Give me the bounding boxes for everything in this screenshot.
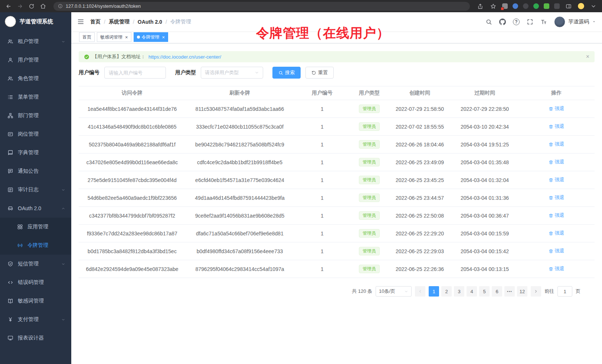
table-row: 1ea5e44f8bc1467aaede43144f31de76811c5304…	[79, 100, 595, 118]
page-button-1[interactable]: 1	[429, 286, 439, 297]
table-cell: 2022-06-26 18:04:46	[388, 136, 451, 153]
sidebar-item-label: 敏感词管理	[18, 298, 65, 304]
sidebar-item-6[interactable]: 岗位管理	[0, 125, 71, 143]
page-button-4[interactable]: 4	[467, 286, 477, 297]
sidebar-item-13[interactable]: 短信管理	[0, 255, 71, 273]
alert-doc-link[interactable]: https://doc.iocoder.cn/user-center/	[148, 54, 221, 60]
extension-icon-4[interactable]	[533, 3, 539, 9]
breadcrumb-item[interactable]: 首页	[90, 19, 101, 25]
force-logout-button[interactable]: 强退	[549, 141, 565, 148]
fullscreen-button[interactable]	[527, 19, 533, 25]
user-dropdown[interactable]: 芋道源码	[554, 16, 596, 27]
table-cell: 1	[294, 136, 350, 153]
browser-forward-button[interactable]	[16, 2, 24, 10]
sidebar-item-4[interactable]: 菜单管理	[0, 88, 71, 106]
sidebar-item-16[interactable]: 支付管理	[0, 310, 71, 329]
sidebar-item-2[interactable]: 用户管理	[0, 51, 71, 69]
sidebar-item-12[interactable]: 令牌管理	[0, 236, 71, 255]
reset-button[interactable]: 重置	[305, 67, 334, 79]
alert-close-icon[interactable]: ×	[586, 54, 589, 60]
browser-reload-button[interactable]	[27, 2, 36, 10]
site-info-icon[interactable]	[58, 4, 63, 9]
page-button-12[interactable]: 12	[517, 286, 527, 297]
sidebar-item-3[interactable]: 角色管理	[0, 69, 71, 88]
share-button[interactable]	[476, 2, 484, 10]
table-cell: 2054-03-04 00:13:15	[451, 260, 518, 278]
user-type-select[interactable]: 请选择用户类型	[201, 67, 263, 79]
extension-icon-1[interactable]	[502, 3, 508, 9]
bookmark-button[interactable]	[489, 2, 497, 10]
docs-help-button[interactable]: ?	[513, 19, 520, 25]
browser-back-button[interactable]	[4, 2, 13, 10]
user-id-input[interactable]	[104, 67, 166, 79]
browser-profile-avatar[interactable]	[578, 3, 585, 10]
page-button-3[interactable]: 3	[454, 286, 464, 297]
sidebar-item-14[interactable]: 错误码管理	[0, 273, 71, 292]
sidebar-item-5[interactable]: 部门管理	[0, 106, 71, 125]
sidebar-item-17[interactable]: 报表设计器	[0, 329, 71, 347]
app-logo[interactable]: 芋道管理系统	[0, 12, 71, 31]
app-shell: 芋道管理系统 租户管理用户管理角色管理菜单管理部门管理岗位管理字典管理通知公告审…	[0, 12, 602, 364]
breadcrumb-item[interactable]: 系统管理	[109, 19, 130, 25]
sidebar-item-9[interactable]: 审计日志	[0, 181, 71, 199]
force-logout-button[interactable]: 强退	[549, 248, 565, 254]
extension-icon-5[interactable]	[544, 3, 549, 9]
header-search-button[interactable]	[485, 19, 492, 25]
sidebar-item-8[interactable]: 通知公告	[0, 162, 71, 181]
extension-icon-2[interactable]	[513, 3, 518, 9]
user-type-tag: 管理员	[359, 247, 380, 255]
tab-close-icon[interactable]: ×	[125, 35, 128, 40]
column-header: 用户编号	[294, 86, 350, 100]
browser-menu-button[interactable]	[589, 2, 598, 10]
force-logout-button[interactable]: 强退	[549, 265, 565, 272]
sidebar-item-15[interactable]: 敏感词管理	[0, 292, 71, 310]
page-button-2[interactable]: 2	[441, 286, 452, 297]
url-bar[interactable]: 127.0.0.1:1024/system/oauth2/token	[53, 2, 470, 11]
extension-icon-6[interactable]	[554, 3, 560, 9]
pagination-ellipsis[interactable]: ●●●	[504, 286, 515, 297]
page-button-5[interactable]: 5	[479, 286, 490, 297]
browser-home-button[interactable]	[39, 2, 47, 10]
font-size-button[interactable]	[540, 19, 547, 25]
sidebar-item-1[interactable]: 租户管理	[0, 32, 71, 51]
logo-avatar	[5, 16, 16, 27]
user-type-tag: 管理员	[359, 176, 380, 184]
table-cell: 管理员	[350, 260, 388, 278]
force-logout-button[interactable]: 强退	[549, 105, 565, 112]
monitor-icon	[7, 335, 13, 341]
extension-icon-3[interactable]	[523, 3, 529, 9]
sidebar-toggle-button[interactable]	[77, 18, 84, 25]
force-logout-button[interactable]: 强退	[549, 123, 565, 130]
table-cell: 1	[294, 260, 350, 278]
sidebar-item-10[interactable]: OAuth 2.0	[0, 199, 71, 218]
tab-close-icon[interactable]: ×	[162, 35, 165, 40]
split-view-button[interactable]	[565, 2, 573, 10]
page-button-6[interactable]: 6	[492, 286, 502, 297]
page-size-select[interactable]: 10条/页	[376, 286, 412, 297]
force-logout-button[interactable]: 强退	[549, 159, 565, 165]
table-cell: 811c530487574fa0af1a59d3abc1aa66	[186, 100, 294, 118]
hamburger-icon	[77, 18, 84, 25]
tab-1[interactable]: 首页	[79, 32, 95, 42]
split-view-icon	[566, 3, 572, 9]
user-id-label: 用户编号	[79, 69, 99, 76]
table-cell: 2022-06-25 23:49:09	[388, 153, 451, 171]
table-cell: b0df4980ffd34c67a08f9156e4eee733	[186, 242, 294, 260]
sidebar-item-11[interactable]: 应用管理	[0, 218, 71, 236]
breadcrumb-item[interactable]: OAuth 2.0	[138, 19, 162, 25]
force-logout-button[interactable]: 强退	[549, 212, 565, 219]
table-cell: 1	[294, 171, 350, 189]
goto-page-input[interactable]	[557, 286, 572, 297]
github-link[interactable]	[499, 19, 506, 25]
search-button[interactable]: 搜索	[272, 67, 301, 79]
force-logout-button[interactable]: 强退	[549, 194, 565, 201]
next-page-button[interactable]	[531, 286, 541, 297]
force-logout-button[interactable]: 强退	[549, 176, 565, 183]
tab-3[interactable]: 令牌管理×	[134, 32, 169, 42]
sidebar-item-7[interactable]: 字典管理	[0, 143, 71, 162]
tab-2[interactable]: 敏感词管理×	[97, 32, 131, 42]
force-logout-button[interactable]: 强退	[549, 230, 565, 236]
prev-page-button[interactable]	[415, 286, 425, 297]
user-type-tag: 管理员	[359, 229, 380, 238]
message-icon	[7, 168, 13, 174]
